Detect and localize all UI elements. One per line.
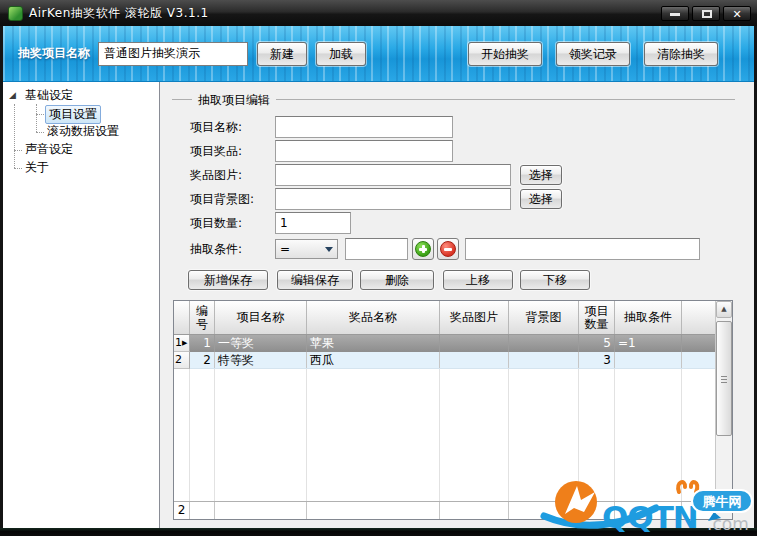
- cell-prize-image: [440, 335, 509, 352]
- quantity-field-label: 项目数量:: [190, 212, 242, 234]
- qqtn-watermark: QQTN .com 腾牛网: [538, 478, 757, 536]
- project-name-input[interactable]: [98, 42, 248, 66]
- load-button[interactable]: 加载: [316, 42, 366, 66]
- condition-field-label: 抽取条件:: [190, 238, 242, 260]
- choose-prize-image-button[interactable]: 选择: [520, 165, 562, 185]
- project-name-label: 抽奖项目名称: [18, 45, 90, 62]
- column-header[interactable]: 编号: [190, 301, 215, 334]
- column-header[interactable]: 奖品名称: [307, 301, 440, 334]
- sidebar-item-label: 声音设定: [25, 141, 73, 158]
- cell-prize: 西瓜: [307, 352, 440, 368]
- sidebar-item-label: 基础设定: [25, 87, 73, 104]
- column-header[interactable]: 背景图: [509, 301, 579, 334]
- edit-save-button[interactable]: 编辑保存: [277, 270, 353, 290]
- cell-quantity: 3: [579, 352, 615, 368]
- close-icon: ✕: [724, 7, 750, 22]
- cell-name: 特等奖: [215, 352, 307, 368]
- sidebar-item-label: 关于: [25, 159, 49, 176]
- condition-operator-value: =: [280, 242, 290, 256]
- clear-lottery-button[interactable]: 清除抽奖: [644, 42, 718, 66]
- window-controls: ✕: [661, 6, 751, 21]
- cell-condition: [615, 352, 682, 368]
- scrollbar-thumb[interactable]: [716, 321, 732, 436]
- sidebar-item-about[interactable]: 关于: [3, 159, 159, 177]
- horn-right-icon: [691, 482, 697, 492]
- cell-id: 1: [190, 335, 215, 352]
- app-window: AirKen抽奖软件 滚轮版 V3.1.1 ✕ 抽奖项目名称 新建 加载 开始抽…: [0, 0, 757, 536]
- award-record-button[interactable]: 领奖记录: [556, 42, 630, 66]
- new-button[interactable]: 新建: [257, 42, 307, 66]
- chevron-down-icon: [325, 247, 333, 256]
- qqtn-logo: QQTN .com 腾牛网: [538, 478, 757, 536]
- horn-left-icon: [678, 482, 685, 492]
- sidebar-item-sound-settings[interactable]: 声音设定: [3, 141, 159, 159]
- close-button[interactable]: ✕: [723, 6, 751, 21]
- choose-background-image-button[interactable]: 选择: [520, 189, 562, 209]
- condition-operator-select[interactable]: =: [275, 239, 338, 259]
- row-indicator-header: [174, 301, 190, 334]
- condition-value-input[interactable]: [345, 238, 408, 260]
- minimize-button[interactable]: [661, 6, 689, 21]
- sidebar-item-label: 滚动数据设置: [47, 123, 119, 140]
- window-title: AirKen抽奖软件 滚轮版 V3.1.1: [29, 5, 209, 22]
- column-header[interactable]: 抽取条件: [615, 301, 682, 334]
- plus-icon: [415, 241, 431, 257]
- sidebar-item-basic-settings[interactable]: ◢ 基础设定: [3, 87, 159, 105]
- remove-condition-button[interactable]: [437, 238, 459, 260]
- add-condition-button[interactable]: [412, 238, 434, 260]
- background-image-input[interactable]: [275, 188, 511, 210]
- title-bar: AirKen抽奖软件 滚轮版 V3.1.1 ✕: [0, 0, 757, 26]
- settings-tree: ◢ 基础设定 项目设置 滚动数据设置 声音设定 关于: [3, 82, 160, 528]
- project-name-field-label: 项目名称:: [190, 116, 242, 138]
- cell-name: 一等奖: [215, 335, 307, 352]
- add-save-button[interactable]: 新增保存: [188, 270, 268, 290]
- prize-image-field-label: 奖品图片:: [190, 164, 242, 186]
- groupbox-title: 抽取项目编辑: [192, 92, 276, 109]
- watermark-badge: 腾牛网: [702, 494, 742, 509]
- table-header: 编号 项目名称 奖品名称 奖品图片 背景图 项目数量 抽取条件: [174, 301, 732, 335]
- minimize-icon: [670, 13, 680, 16]
- condition-expression-input[interactable]: [465, 238, 700, 260]
- maximize-icon: [702, 10, 712, 18]
- column-header[interactable]: 奖品图片: [440, 301, 509, 334]
- project-prize-field-label: 项目奖品:: [190, 140, 242, 162]
- column-header[interactable]: 项目数量: [579, 301, 615, 334]
- sidebar-item-project-settings[interactable]: 项目设置: [3, 105, 159, 123]
- prize-image-input[interactable]: [275, 164, 511, 186]
- cell-condition: =1: [615, 335, 682, 352]
- item-prize-input[interactable]: [275, 140, 453, 162]
- cell-quantity: 5: [579, 335, 615, 352]
- cell-background: [509, 335, 579, 352]
- scroll-up-icon[interactable]: ▲: [716, 301, 732, 318]
- delete-button[interactable]: 删除: [360, 270, 434, 290]
- scrollbar-grip-icon: [721, 376, 727, 383]
- move-up-button[interactable]: 上移: [443, 270, 513, 290]
- item-name-input[interactable]: [275, 116, 453, 138]
- row-number: 1: [175, 335, 182, 351]
- table-row[interactable]: 2 2 特等奖 西瓜 3: [174, 352, 732, 369]
- watermark-brand: QQTN: [602, 499, 698, 535]
- app-icon: [8, 6, 23, 21]
- table-row[interactable]: 1▶ 1 一等奖 苹果 5 =1: [174, 335, 732, 352]
- top-toolbar: 抽奖项目名称 新建 加载 开始抽奖 领奖记录 清除抽奖: [3, 26, 754, 82]
- quantity-input[interactable]: [275, 212, 351, 234]
- main-panel: 抽取项目编辑 项目名称: 项目奖品: 奖品图片: 选择: [160, 82, 754, 528]
- sidebar-item-scroll-data-settings[interactable]: 滚动数据设置: [3, 123, 159, 141]
- footer-row-indicator: 2: [174, 502, 190, 519]
- start-lottery-button[interactable]: 开始抽奖: [468, 42, 542, 66]
- row-number: 2: [175, 352, 182, 368]
- minus-icon: [440, 241, 456, 257]
- move-down-button[interactable]: 下移: [520, 270, 590, 290]
- cell-prize-image: [440, 352, 509, 368]
- cell-prize: 苹果: [307, 335, 440, 352]
- sidebar-item-label: 项目设置: [45, 105, 101, 124]
- background-image-field-label: 项目背景图:: [190, 188, 254, 210]
- column-header[interactable]: 项目名称: [215, 301, 307, 334]
- cell-background: [509, 352, 579, 368]
- tree-expand-icon[interactable]: ◢: [9, 90, 16, 100]
- maximize-button[interactable]: [692, 6, 720, 21]
- selected-row-marker-icon: ▶: [182, 335, 187, 351]
- cell-id: 2: [190, 352, 215, 368]
